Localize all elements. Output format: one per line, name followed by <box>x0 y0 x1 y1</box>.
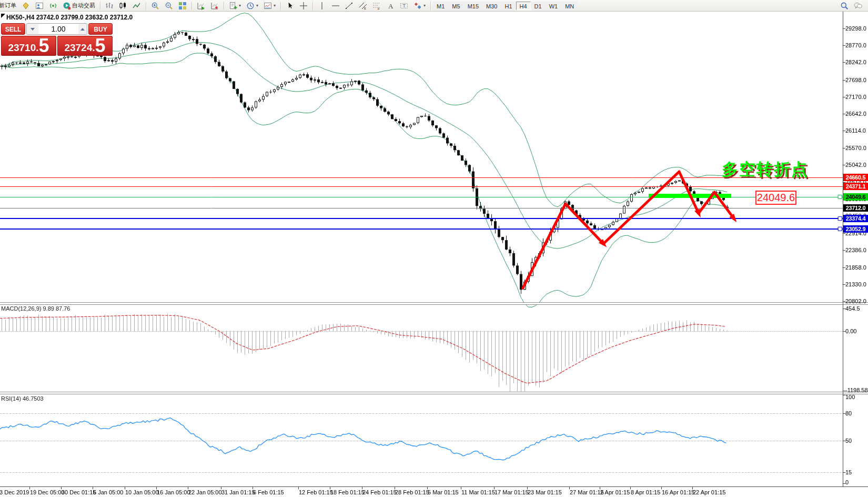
tile-windows-button[interactable] <box>176 1 189 11</box>
signal-button[interactable] <box>46 1 60 11</box>
sell-price-button[interactable]: 23710.5 <box>1 36 56 56</box>
time-axis-label: 11 Mar 01:15 <box>461 489 495 495</box>
timeframe-h4-button[interactable]: H4 <box>516 2 531 10</box>
sell-button[interactable]: SELL <box>1 23 25 35</box>
zoom-in-button[interactable] <box>148 1 162 11</box>
auto-scroll-button[interactable] <box>194 1 208 11</box>
volume-value[interactable]: 1.00 <box>38 24 78 34</box>
timeframe-m30-button[interactable]: M30 <box>482 2 501 10</box>
timeframe-m15-button[interactable]: M15 <box>464 2 482 10</box>
time-axis-label: 31 Jan 01:15 <box>221 489 255 495</box>
volume-increase-button[interactable] <box>78 24 87 34</box>
channel-button[interactable] <box>356 1 370 11</box>
macd-axis-label: -1198.58 <box>845 387 868 393</box>
rsi-axis-label: 0 <box>845 479 849 485</box>
time-axis-label: 16 Jan 05:00 <box>157 489 190 495</box>
price-axis-label: 26642.0 <box>845 111 866 117</box>
price-level-badge: 23052.9 <box>843 225 868 233</box>
triangle-up-icon <box>80 26 85 31</box>
time-axis-border <box>0 486 868 487</box>
new-order-button[interactable]: 新订单 <box>0 1 19 11</box>
crosshair-button[interactable] <box>297 1 310 11</box>
fibonacci-button[interactable] <box>370 1 383 11</box>
market-watch-button[interactable] <box>19 1 33 11</box>
bar-chart-button[interactable] <box>103 1 116 11</box>
price-axis-label: 26114.0 <box>845 127 866 134</box>
new-chart-button[interactable]: ▾ <box>226 1 244 11</box>
zoom-out-button[interactable] <box>162 1 176 11</box>
volume-decrease-button[interactable] <box>27 24 38 34</box>
toolbar-group-chart-type <box>103 0 144 11</box>
toolbar-separator <box>312 2 313 9</box>
candle-chart-button[interactable] <box>116 1 130 11</box>
macd-rsi-separator[interactable] <box>0 392 868 394</box>
rsi-indicator-label: RSI(14) 46.7503 <box>1 395 44 402</box>
main-macd-separator[interactable] <box>0 302 868 305</box>
toolbar-separator <box>191 2 192 9</box>
rsi-axis-label: 15 <box>845 469 852 475</box>
timeframe-m1-button[interactable]: M1 <box>433 2 448 10</box>
autotrading-button[interactable]: 自动交易 <box>60 1 98 11</box>
search-icon <box>840 2 849 10</box>
rsi-axis-label: 50 <box>845 438 852 444</box>
dropdown-arrow-icon: ▾ <box>423 3 426 8</box>
horizontal-line-button[interactable] <box>329 1 342 11</box>
chat-button[interactable] <box>851 1 865 11</box>
price-axis-label: 25042.0 <box>845 162 866 168</box>
hline-icon <box>331 2 340 10</box>
buy-price-button[interactable]: 23724.5 <box>57 36 113 56</box>
annotation-text: 多空转折点 <box>722 158 809 181</box>
search-button[interactable] <box>837 1 851 11</box>
time-axis-label: 6 Feb 01:15 <box>253 489 284 495</box>
label-button[interactable] <box>397 1 411 11</box>
autotrade-icon <box>63 2 71 10</box>
chart-shift-button[interactable] <box>208 1 221 11</box>
linechart-icon <box>133 2 141 10</box>
shapes-button[interactable]: ▾ <box>411 1 428 11</box>
timeframe-h1-button[interactable]: H1 <box>501 2 516 10</box>
texta-icon <box>386 2 395 10</box>
time-axis-label: 6 Jan 05:00 <box>93 489 124 495</box>
price-level-badge: 23712.0 <box>843 204 868 212</box>
time-axis-label: 8 Apr 01:15 <box>631 489 660 495</box>
dropdown-arrow-icon: ▾ <box>256 3 258 8</box>
macd-indicator-label: MACD(12,26,9) 9.89 87.76 <box>1 305 70 312</box>
price-level-badge: 24660.5 <box>843 174 868 181</box>
vertical-line-button[interactable] <box>315 1 329 11</box>
period-menu-button[interactable]: ▾ <box>244 1 261 11</box>
vline-icon <box>318 2 326 10</box>
toolbar-separator <box>224 2 224 9</box>
buy-button[interactable]: BUY <box>88 23 113 35</box>
navigator-button[interactable] <box>33 1 46 11</box>
sell-price-frac: 5 <box>39 38 49 54</box>
text-button[interactable] <box>383 1 397 11</box>
sell-price-int: 23710 <box>8 43 36 53</box>
price-axis-label: 20802.0 <box>845 298 866 304</box>
autotrading-button-label: 自动交易 <box>72 2 95 9</box>
timeframe-m5-button[interactable]: M5 <box>448 2 463 10</box>
trendline-button[interactable] <box>342 1 356 11</box>
cursor-button[interactable] <box>283 1 297 11</box>
line-chart-button[interactable] <box>130 1 144 11</box>
trend-icon <box>345 2 354 10</box>
toolbar-group-objects: ▾▾▾ <box>226 0 278 11</box>
timeframe-mn-button[interactable]: MN <box>561 2 578 10</box>
time-axis-label: 28 Feb 01:15 <box>395 489 429 495</box>
chart-canvas[interactable] <box>0 0 868 497</box>
newchart-icon <box>229 2 237 10</box>
zoomin-icon <box>151 2 159 10</box>
rsi-axis-label: 100 <box>845 394 855 400</box>
price-axis-label: 28242.0 <box>845 59 866 65</box>
indicators-button[interactable]: ▾ <box>261 1 278 11</box>
time-axis-label: 5 Mar 01:15 <box>428 489 459 495</box>
toolbar-right-icons <box>837 1 868 11</box>
macd-axis-label: 454.5 <box>845 305 860 312</box>
time-axis-label: 22 Apr 01:15 <box>693 489 725 495</box>
toolbar: 新订单自动交易▾▾▾▾M1M5M15M30H1H4D1W1MN <box>0 0 868 12</box>
timeframe-d1-button[interactable]: D1 <box>531 2 546 10</box>
price-axis-label: 27170.0 <box>845 94 866 100</box>
price-axis-border <box>843 11 843 486</box>
timeframe-w1-button[interactable]: W1 <box>546 2 562 10</box>
price-level-badge: 24049.6 <box>843 193 868 201</box>
chat-icon <box>854 2 862 10</box>
